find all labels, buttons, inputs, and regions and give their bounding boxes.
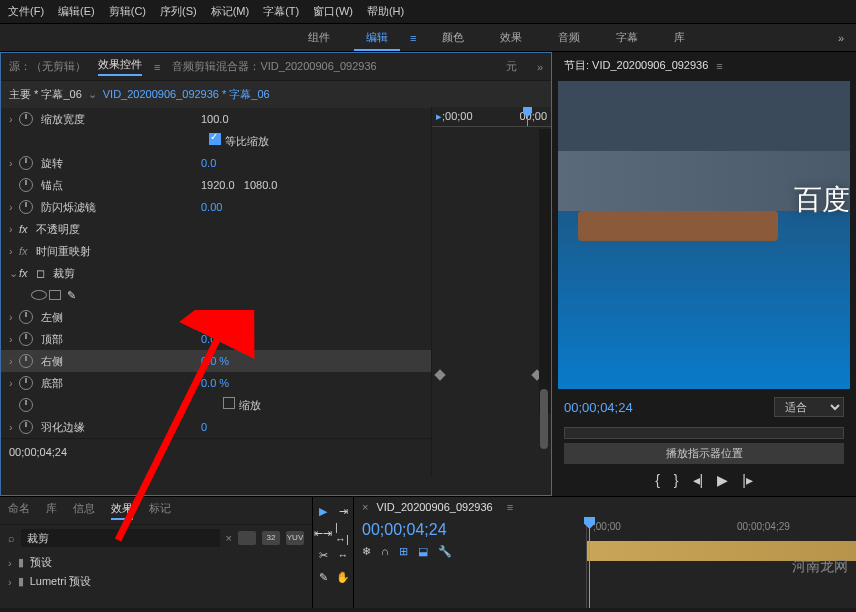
program-tab-label[interactable]: 节目: VID_20200906_092936 xyxy=(564,58,708,73)
settings-icon[interactable]: 🔧 xyxy=(438,545,452,558)
tab-effect[interactable]: 效果 xyxy=(482,24,540,51)
filter-icon-2[interactable]: 32 xyxy=(262,531,280,545)
crop-box-icon[interactable]: ◻ xyxy=(36,267,45,280)
marker-icon[interactable]: ⬓ xyxy=(418,545,428,558)
rect-mask-icon[interactable] xyxy=(49,290,61,300)
timecode[interactable]: 00;00;04;24 xyxy=(9,446,67,458)
selection-tool-icon[interactable]: ▶ xyxy=(315,503,331,519)
panel-menu-icon[interactable]: ≡ xyxy=(716,60,722,72)
chevron-right-icon[interactable]: › xyxy=(8,576,12,588)
chevron-down-icon[interactable]: ⌄ xyxy=(88,88,97,101)
monitor-timecode[interactable]: 00;00;04;24 xyxy=(564,400,633,415)
fx-icon[interactable]: fx xyxy=(19,267,28,279)
checkbox-icon[interactable] xyxy=(209,133,221,145)
menu-subtitle[interactable]: 字幕(T) xyxy=(263,4,299,19)
stopwatch-icon[interactable] xyxy=(19,332,33,346)
tab-lib[interactable]: 库 xyxy=(46,501,57,520)
tabs-more[interactable]: » xyxy=(826,32,856,44)
tab-metadata[interactable]: 元 xyxy=(506,59,517,74)
menu-window[interactable]: 窗口(W) xyxy=(313,4,353,19)
stopwatch-icon[interactable] xyxy=(19,156,33,170)
chevron-right-icon[interactable]: › xyxy=(9,421,19,433)
stopwatch-icon[interactable] xyxy=(19,200,33,214)
pen-tool-icon[interactable]: ✎ xyxy=(315,569,331,585)
menu-sequence[interactable]: 序列(S) xyxy=(160,4,197,19)
hamburger-icon[interactable]: ≡ xyxy=(410,32,416,44)
program-monitor[interactable]: 百度 xyxy=(558,81,850,389)
chevron-down-icon[interactable]: ⌄ xyxy=(9,267,19,280)
chevron-right-icon[interactable]: › xyxy=(9,113,19,125)
folder-lumetri[interactable]: ›▮Lumetri 预设 xyxy=(8,572,304,591)
stopwatch-icon[interactable] xyxy=(19,398,33,412)
chevron-right-icon[interactable]: › xyxy=(9,355,19,367)
slip-tool-icon[interactable]: ↔ xyxy=(335,547,351,563)
track-select-tool-icon[interactable]: ⇥ xyxy=(335,503,351,519)
folder-preset[interactable]: ›▮预设 xyxy=(8,553,304,572)
timeline-timecode[interactable]: 00;00;04;24 xyxy=(362,521,578,539)
magnet-icon[interactable]: ∩ xyxy=(381,545,389,558)
stopwatch-icon[interactable] xyxy=(19,310,33,324)
step-back-icon[interactable]: ◂| xyxy=(693,472,704,488)
breadcrumb-clip[interactable]: VID_20200906_092936 * 字幕_06 xyxy=(103,87,270,102)
tab-audio-mixer[interactable]: 音频剪辑混合器：VID_20200906_092936 xyxy=(172,59,376,74)
chevron-right-icon[interactable]: › xyxy=(9,201,19,213)
close-icon[interactable]: × xyxy=(362,501,368,513)
rolling-tool-icon[interactable]: |↔| xyxy=(335,525,351,541)
menu-mark[interactable]: 标记(M) xyxy=(211,4,250,19)
chevron-right-icon[interactable]: › xyxy=(9,311,19,323)
keyframe-diamond-icon[interactable] xyxy=(434,369,445,380)
chevron-right-icon[interactable]: › xyxy=(9,157,19,169)
tab-markers[interactable]: 标记 xyxy=(149,501,171,520)
effect-timeline[interactable]: ▸;00;00 00;00 xyxy=(431,107,551,477)
ripple-tool-icon[interactable]: ⇤⇥ xyxy=(315,525,331,541)
filter-icon-1[interactable] xyxy=(238,531,256,545)
mini-ruler[interactable]: ▸;00;00 00;00 xyxy=(432,107,551,127)
menu-file[interactable]: 文件(F) xyxy=(8,4,44,19)
panel-menu-icon[interactable]: ≡ xyxy=(154,61,160,73)
panel-menu-icon[interactable]: ≡ xyxy=(507,501,513,513)
zoom-select[interactable]: 适合 xyxy=(774,397,844,417)
timeline-sequence-name[interactable]: VID_20200906_092936 xyxy=(376,501,492,513)
clear-icon[interactable]: × xyxy=(226,532,232,544)
stopwatch-icon[interactable] xyxy=(19,112,33,126)
search-input[interactable] xyxy=(21,529,220,547)
tab-component[interactable]: 组件 xyxy=(290,24,348,51)
snap-icon[interactable]: ❄ xyxy=(362,545,371,558)
tab-audio[interactable]: 音频 xyxy=(540,24,598,51)
checkbox-empty-icon[interactable] xyxy=(223,397,235,409)
tab-subtitle[interactable]: 字幕 xyxy=(598,24,656,51)
chevron-right-icon[interactable]: › xyxy=(8,557,12,569)
fx-icon[interactable]: fx xyxy=(19,223,28,235)
tab-library[interactable]: 库 xyxy=(656,24,703,51)
stopwatch-icon[interactable] xyxy=(19,354,33,368)
razor-tool-icon[interactable]: ✂ xyxy=(315,547,331,563)
hand-tool-icon[interactable]: ✋ xyxy=(335,569,351,585)
tab-effects-browser[interactable]: 效果 xyxy=(111,501,133,520)
step-fwd-icon[interactable]: |▸ xyxy=(742,472,753,488)
tab-edit[interactable]: 编辑 xyxy=(348,24,406,51)
tab-info[interactable]: 信息 xyxy=(73,501,95,520)
chevron-right-icon[interactable]: › xyxy=(9,333,19,345)
timeline-playhead-icon[interactable] xyxy=(589,517,590,608)
tab-color[interactable]: 颜色 xyxy=(424,24,482,51)
pen-mask-icon[interactable]: ✎ xyxy=(67,289,76,302)
mark-out-icon[interactable]: } xyxy=(674,472,679,488)
menu-edit[interactable]: 编辑(E) xyxy=(58,4,95,19)
menu-clip[interactable]: 剪辑(C) xyxy=(109,4,146,19)
fx-icon[interactable]: fx xyxy=(19,245,28,257)
playhead-icon[interactable] xyxy=(527,107,528,126)
chevron-right-icon[interactable]: › xyxy=(9,377,19,389)
ellipse-mask-icon[interactable] xyxy=(31,290,47,300)
chevron-right-icon[interactable]: › xyxy=(9,245,19,257)
linked-selection-icon[interactable]: ⊞ xyxy=(399,545,408,558)
stopwatch-icon[interactable] xyxy=(19,420,33,434)
tab-name[interactable]: 命名 xyxy=(8,501,30,520)
scrub-bar[interactable] xyxy=(564,427,844,439)
filter-icon-3[interactable]: YUV xyxy=(286,531,304,545)
chevron-right-icon[interactable]: › xyxy=(9,223,19,235)
tab-source[interactable]: 源：（无剪辑） xyxy=(9,59,86,74)
menu-help[interactable]: 帮助(H) xyxy=(367,4,404,19)
stopwatch-icon[interactable] xyxy=(19,178,33,192)
play-icon[interactable]: ▶ xyxy=(717,472,728,488)
tab-effect-controls[interactable]: 效果控件 xyxy=(98,57,142,76)
